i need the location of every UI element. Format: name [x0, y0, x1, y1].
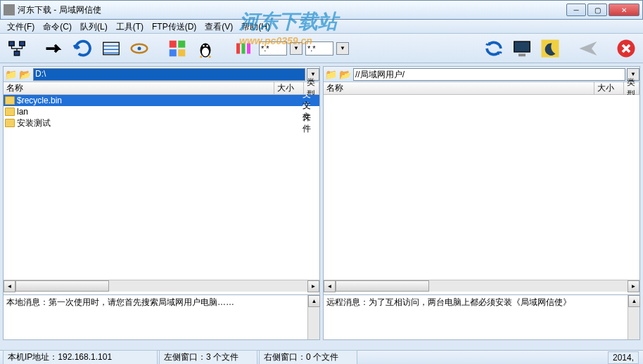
svg-rect-7: [178, 40, 185, 47]
network-icon[interactable]: [4, 36, 30, 61]
titlebar: 河东下载 - 局域网信使 ─ ▢ ✕: [0, 0, 643, 20]
right-msg-scrollbar[interactable]: ▲: [628, 295, 639, 339]
right-up-icon[interactable]: 📂: [338, 67, 352, 82]
right-h-scrollbar[interactable]: ◄►: [324, 280, 639, 292]
list-icon[interactable]: [98, 36, 124, 61]
toolbar: ▼ ▼: [0, 34, 643, 63]
status-right: 右侧窗口：0 个文件: [259, 350, 357, 364]
transfer-icon[interactable]: [42, 36, 68, 61]
folder-icon: [5, 108, 15, 116]
stop-icon[interactable]: [613, 36, 639, 61]
svg-rect-9: [178, 49, 185, 56]
windows-icon[interactable]: [165, 36, 190, 61]
svg-rect-8: [170, 49, 177, 56]
right-message-text: 远程消息：为了互相访问，两台电脑上都必须安装《局域网信使》: [326, 297, 571, 307]
window-title: 河东下载 - 局域网信使: [18, 4, 566, 16]
filter-left-dropdown[interactable]: ▼: [290, 42, 303, 55]
svg-point-13: [206, 45, 208, 47]
svg-rect-18: [518, 53, 526, 56]
airplane-icon[interactable]: [575, 36, 601, 61]
svg-point-11: [202, 47, 209, 56]
left-up-icon[interactable]: 📂: [18, 67, 32, 82]
left-col-type[interactable]: 类型: [304, 82, 319, 94]
status-ip: 本机IP地址：192.168.1.101: [3, 350, 158, 364]
app-icon: [4, 4, 15, 15]
right-col-size[interactable]: 大小: [594, 82, 624, 94]
menu-file[interactable]: 文件(F): [3, 20, 39, 33]
menu-queue[interactable]: 队列(L): [76, 20, 112, 33]
right-path-input[interactable]: //局域网用户/: [353, 68, 625, 81]
eye-icon[interactable]: [127, 36, 152, 61]
filter-left-input[interactable]: [259, 41, 287, 56]
menu-command[interactable]: 命令(C): [39, 20, 76, 33]
svg-rect-16: [247, 43, 250, 53]
close-button[interactable]: ✕: [609, 4, 639, 16]
refresh-icon[interactable]: [70, 36, 96, 61]
filter-right-dropdown[interactable]: ▼: [336, 42, 349, 55]
list-item[interactable]: lan文件: [4, 106, 319, 117]
left-list-header: 名称 大小 类型: [4, 82, 319, 95]
right-panel: 📁 📂 //局域网用户/ ▼ 名称 大小 类型 ◄► 远程消息：为了互相访问，两…: [323, 66, 640, 340]
svg-rect-14: [236, 43, 240, 53]
filter-right-input[interactable]: [305, 41, 333, 56]
menu-ftp[interactable]: FTP传送(D): [148, 20, 200, 33]
list-item[interactable]: 安装测试文件: [4, 117, 319, 129]
color-tool-icon[interactable]: [231, 36, 256, 61]
menubar: 文件(F) 命令(C) 队列(L) 工具(T) FTP传送(D) 查看(V) 帮…: [0, 20, 643, 34]
left-folder-icon[interactable]: 📁: [4, 67, 18, 82]
svg-rect-17: [514, 41, 530, 52]
right-folder-icon[interactable]: 📁: [324, 67, 338, 82]
right-col-name[interactable]: 名称: [324, 82, 594, 94]
svg-point-5: [138, 46, 141, 50]
folder-icon: [5, 119, 15, 127]
left-message-box: 本地消息：第一次使用时，请您首先搜索局域网用户电脑…… ▲: [4, 294, 319, 339]
menu-help[interactable]: 帮助(H): [237, 20, 274, 33]
svg-rect-0: [9, 41, 15, 46]
left-file-list[interactable]: $recycle.bin文件 lan文件 安装测试文件: [4, 95, 319, 280]
status-year: 2014,: [608, 351, 639, 364]
svg-rect-15: [242, 43, 246, 53]
svg-rect-2: [14, 51, 20, 55]
right-list-header: 名称 大小 类型: [324, 82, 639, 95]
maximize-button[interactable]: ▢: [587, 4, 607, 16]
statusbar: 本机IP地址：192.168.1.101 左侧窗口：3 个文件 右侧窗口：0 个…: [0, 350, 643, 364]
minimize-button[interactable]: ─: [566, 4, 586, 16]
svg-rect-6: [170, 40, 177, 47]
menu-tools[interactable]: 工具(T): [112, 20, 148, 33]
right-col-type[interactable]: 类型: [624, 82, 639, 94]
moon-icon[interactable]: [537, 36, 563, 61]
left-col-size[interactable]: 大小: [274, 82, 304, 94]
folder-icon: [5, 96, 15, 105]
right-file-list[interactable]: [324, 95, 639, 280]
left-panel: 📁 📂 D:\ ▼ 名称 大小 类型 $recycle.bin文件 lan文件 …: [3, 66, 320, 340]
menu-view[interactable]: 查看(V): [200, 20, 237, 33]
left-col-name[interactable]: 名称: [4, 82, 274, 94]
status-left: 左侧窗口：3 个文件: [159, 350, 257, 364]
left-h-scrollbar[interactable]: ◄►: [4, 280, 319, 292]
left-path-input[interactable]: D:\: [33, 68, 305, 81]
list-item[interactable]: $recycle.bin文件: [4, 95, 319, 106]
right-message-box: 远程消息：为了互相访问，两台电脑上都必须安装《局域网信使》 ▲: [324, 294, 639, 339]
penguin-icon[interactable]: [193, 36, 218, 61]
left-message-text: 本地消息：第一次使用时，请您首先搜索局域网用户电脑……: [6, 297, 234, 307]
monitor-icon[interactable]: [509, 36, 535, 61]
sync-icon[interactable]: [481, 36, 507, 61]
svg-point-12: [203, 45, 205, 47]
left-msg-scrollbar[interactable]: ▲: [307, 295, 319, 339]
svg-rect-1: [20, 41, 25, 46]
